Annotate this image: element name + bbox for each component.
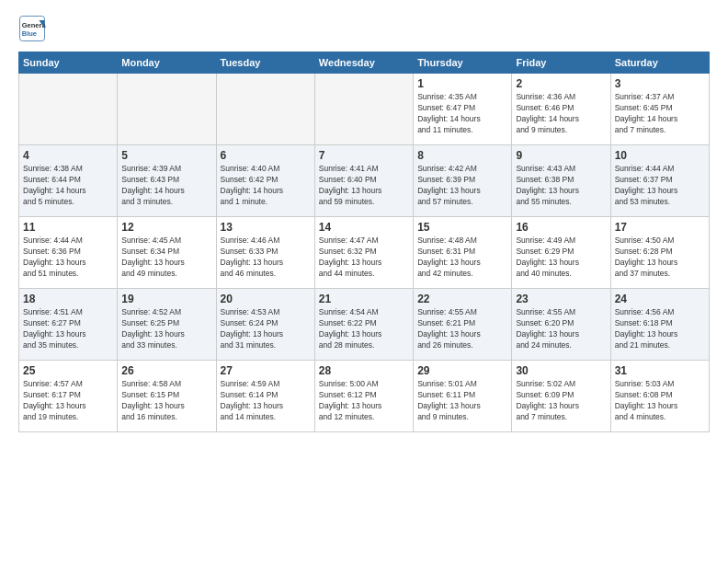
calendar-cell: 5Sunrise: 4:39 AM Sunset: 6:43 PM Daylig… (118, 145, 216, 217)
day-number: 22 (417, 293, 507, 305)
calendar-cell: 25Sunrise: 4:57 AM Sunset: 6:17 PM Dayli… (19, 361, 118, 432)
calendar-cell: 2Sunrise: 4:36 AM Sunset: 6:46 PM Daylig… (512, 74, 610, 145)
calendar-table: SundayMondayTuesdayWednesdayThursdayFrid… (18, 52, 710, 432)
day-detail: Sunrise: 4:47 AM Sunset: 6:32 PM Dayligh… (319, 236, 409, 280)
day-detail: Sunrise: 4:37 AM Sunset: 6:45 PM Dayligh… (615, 92, 705, 136)
day-number: 15 (417, 221, 507, 234)
day-detail: Sunrise: 5:02 AM Sunset: 6:09 PM Dayligh… (516, 379, 606, 423)
day-detail: Sunrise: 4:48 AM Sunset: 6:31 PM Dayligh… (417, 236, 507, 280)
day-number: 11 (23, 221, 113, 234)
calendar-cell (314, 74, 413, 145)
day-number: 1 (417, 77, 507, 90)
day-number: 25 (23, 364, 113, 377)
day-number: 18 (23, 293, 113, 305)
day-number: 27 (221, 364, 311, 377)
day-detail: Sunrise: 4:52 AM Sunset: 6:25 PM Dayligh… (121, 307, 211, 351)
day-detail: Sunrise: 5:00 AM Sunset: 6:12 PM Dayligh… (319, 379, 409, 423)
weekday-header-friday: Friday (512, 52, 610, 74)
calendar-cell: 21Sunrise: 4:54 AM Sunset: 6:22 PM Dayli… (314, 289, 413, 361)
day-number: 9 (516, 149, 606, 162)
week-row-2: 4Sunrise: 4:38 AM Sunset: 6:44 PM Daylig… (19, 145, 710, 217)
day-number: 17 (615, 221, 705, 234)
day-number: 31 (615, 364, 705, 377)
weekday-header-saturday: Saturday (610, 52, 709, 74)
day-detail: Sunrise: 4:46 AM Sunset: 6:33 PM Dayligh… (221, 236, 311, 280)
calendar-cell: 24Sunrise: 4:56 AM Sunset: 6:18 PM Dayli… (610, 289, 709, 361)
day-detail: Sunrise: 5:01 AM Sunset: 6:11 PM Dayligh… (417, 379, 507, 423)
day-detail: Sunrise: 4:42 AM Sunset: 6:39 PM Dayligh… (417, 164, 507, 208)
calendar-cell: 15Sunrise: 4:48 AM Sunset: 6:31 PM Dayli… (414, 217, 512, 289)
day-number: 6 (221, 149, 311, 162)
calendar-cell: 28Sunrise: 5:00 AM Sunset: 6:12 PM Dayli… (314, 361, 413, 432)
calendar-cell: 30Sunrise: 5:02 AM Sunset: 6:09 PM Dayli… (512, 361, 610, 432)
calendar-cell (19, 74, 118, 145)
day-number: 10 (615, 149, 705, 162)
weekday-header-monday: Monday (118, 52, 216, 74)
calendar-cell: 11Sunrise: 4:44 AM Sunset: 6:36 PM Dayli… (19, 217, 118, 289)
day-detail: Sunrise: 4:59 AM Sunset: 6:14 PM Dayligh… (221, 379, 311, 423)
day-detail: Sunrise: 4:55 AM Sunset: 6:20 PM Dayligh… (516, 307, 606, 351)
svg-text:Blue: Blue (22, 29, 37, 38)
day-detail: Sunrise: 4:43 AM Sunset: 6:38 PM Dayligh… (516, 164, 606, 208)
day-detail: Sunrise: 4:51 AM Sunset: 6:27 PM Dayligh… (23, 307, 113, 351)
day-detail: Sunrise: 4:38 AM Sunset: 6:44 PM Dayligh… (23, 164, 113, 208)
calendar-cell: 26Sunrise: 4:58 AM Sunset: 6:15 PM Dayli… (118, 361, 216, 432)
day-number: 5 (121, 149, 211, 162)
day-number: 20 (221, 293, 311, 305)
day-detail: Sunrise: 4:53 AM Sunset: 6:24 PM Dayligh… (221, 307, 311, 351)
day-number: 14 (319, 221, 409, 234)
week-row-5: 25Sunrise: 4:57 AM Sunset: 6:17 PM Dayli… (19, 361, 710, 432)
day-detail: Sunrise: 5:03 AM Sunset: 6:08 PM Dayligh… (615, 379, 705, 423)
calendar-cell: 10Sunrise: 4:44 AM Sunset: 6:37 PM Dayli… (610, 145, 709, 217)
day-number: 28 (319, 364, 409, 377)
day-number: 2 (516, 77, 606, 90)
calendar-cell: 17Sunrise: 4:50 AM Sunset: 6:28 PM Dayli… (610, 217, 709, 289)
day-detail: Sunrise: 4:54 AM Sunset: 6:22 PM Dayligh… (319, 307, 409, 351)
calendar-cell: 27Sunrise: 4:59 AM Sunset: 6:14 PM Dayli… (216, 361, 314, 432)
calendar-cell: 14Sunrise: 4:47 AM Sunset: 6:32 PM Dayli… (314, 217, 413, 289)
calendar-cell: 19Sunrise: 4:52 AM Sunset: 6:25 PM Dayli… (118, 289, 216, 361)
weekday-header-sunday: Sunday (19, 52, 118, 74)
calendar-cell: 1Sunrise: 4:35 AM Sunset: 6:47 PM Daylig… (414, 74, 512, 145)
logo-icon: General Blue (18, 15, 46, 42)
day-detail: Sunrise: 4:56 AM Sunset: 6:18 PM Dayligh… (615, 307, 705, 351)
day-number: 8 (417, 149, 507, 162)
calendar-cell: 9Sunrise: 4:43 AM Sunset: 6:38 PM Daylig… (512, 145, 610, 217)
day-number: 4 (23, 149, 113, 162)
day-detail: Sunrise: 4:40 AM Sunset: 6:42 PM Dayligh… (221, 164, 311, 208)
weekday-header-tuesday: Tuesday (216, 52, 314, 74)
day-detail: Sunrise: 4:55 AM Sunset: 6:21 PM Dayligh… (417, 307, 507, 351)
day-detail: Sunrise: 4:36 AM Sunset: 6:46 PM Dayligh… (516, 92, 606, 136)
day-number: 3 (615, 77, 705, 90)
day-detail: Sunrise: 4:50 AM Sunset: 6:28 PM Dayligh… (615, 236, 705, 280)
calendar-cell: 12Sunrise: 4:45 AM Sunset: 6:34 PM Dayli… (118, 217, 216, 289)
calendar-cell (118, 74, 216, 145)
calendar-cell (216, 74, 314, 145)
calendar-cell: 20Sunrise: 4:53 AM Sunset: 6:24 PM Dayli… (216, 289, 314, 361)
calendar-cell: 13Sunrise: 4:46 AM Sunset: 6:33 PM Dayli… (216, 217, 314, 289)
week-row-4: 18Sunrise: 4:51 AM Sunset: 6:27 PM Dayli… (19, 289, 710, 361)
day-number: 24 (615, 293, 705, 305)
day-detail: Sunrise: 4:49 AM Sunset: 6:29 PM Dayligh… (516, 236, 606, 280)
day-number: 30 (516, 364, 606, 377)
week-row-1: 1Sunrise: 4:35 AM Sunset: 6:47 PM Daylig… (19, 74, 710, 145)
page-header: General Blue (18, 15, 710, 42)
day-number: 19 (121, 293, 211, 305)
day-number: 21 (319, 293, 409, 305)
day-number: 13 (221, 221, 311, 234)
calendar-cell: 8Sunrise: 4:42 AM Sunset: 6:39 PM Daylig… (414, 145, 512, 217)
day-detail: Sunrise: 4:41 AM Sunset: 6:40 PM Dayligh… (319, 164, 409, 208)
day-detail: Sunrise: 4:39 AM Sunset: 6:43 PM Dayligh… (121, 164, 211, 208)
day-detail: Sunrise: 4:35 AM Sunset: 6:47 PM Dayligh… (417, 92, 507, 136)
calendar-cell: 3Sunrise: 4:37 AM Sunset: 6:45 PM Daylig… (610, 74, 709, 145)
calendar-cell: 6Sunrise: 4:40 AM Sunset: 6:42 PM Daylig… (216, 145, 314, 217)
calendar-cell: 18Sunrise: 4:51 AM Sunset: 6:27 PM Dayli… (19, 289, 118, 361)
calendar-cell: 7Sunrise: 4:41 AM Sunset: 6:40 PM Daylig… (314, 145, 413, 217)
day-number: 7 (319, 149, 409, 162)
day-detail: Sunrise: 4:44 AM Sunset: 6:37 PM Dayligh… (615, 164, 705, 208)
calendar-cell: 23Sunrise: 4:55 AM Sunset: 6:20 PM Dayli… (512, 289, 610, 361)
day-number: 23 (516, 293, 606, 305)
calendar-cell: 16Sunrise: 4:49 AM Sunset: 6:29 PM Dayli… (512, 217, 610, 289)
day-number: 26 (121, 364, 211, 377)
calendar-cell: 22Sunrise: 4:55 AM Sunset: 6:21 PM Dayli… (414, 289, 512, 361)
